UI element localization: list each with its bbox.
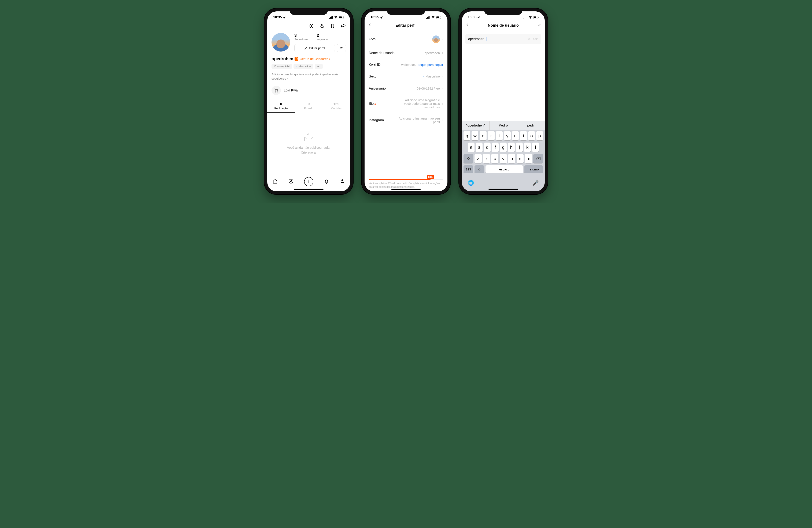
confirm-button[interactable] [537, 22, 541, 28]
svg-rect-22 [525, 17, 525, 19]
shop-label: Loja Kwai [284, 89, 299, 92]
username: opedrohen [272, 56, 293, 61]
tag-zodiac[interactable]: leo [315, 64, 322, 69]
key-p[interactable]: p [536, 131, 543, 140]
kwai-shop-row[interactable]: Loja Kwai [267, 84, 350, 99]
shift-key[interactable] [464, 154, 473, 163]
svg-rect-3 [332, 16, 333, 19]
key-f[interactable]: f [492, 142, 498, 152]
key-d[interactable]: d [484, 142, 491, 152]
numeric-key[interactable]: 123 [464, 165, 473, 173]
battery-icon [339, 16, 344, 19]
row-birthday[interactable]: Aniversário 01-08-1992 / leo › [365, 82, 447, 94]
input-value: opedrohen [468, 37, 484, 41]
emoji-key[interactable]: ☺ [475, 165, 484, 173]
row-photo[interactable]: Foto › [365, 32, 447, 47]
back-button[interactable] [368, 23, 372, 28]
key-z[interactable]: z [475, 154, 482, 163]
add-friend-button[interactable] [337, 44, 346, 52]
key-e[interactable]: e [480, 131, 487, 140]
key-x[interactable]: x [483, 154, 490, 163]
key-l[interactable]: l [532, 142, 539, 152]
key-k[interactable]: k [524, 142, 531, 152]
followers-label: Seguidores [294, 38, 308, 41]
nav-create-button[interactable]: + [304, 177, 314, 186]
followers-stat[interactable]: 3 Seguidores [294, 33, 308, 41]
home-indicator[interactable] [294, 188, 323, 190]
key-b[interactable]: b [508, 154, 515, 163]
progress-text: Você completou 83% do seu perfil. Comple… [369, 182, 443, 189]
page-title: Nome de usuário [488, 23, 519, 28]
back-button[interactable] [465, 23, 469, 28]
row-bio[interactable]: Bio Adicione uma biografia e você poderá… [365, 94, 447, 113]
location-icon [380, 16, 383, 19]
edit-profile-button[interactable]: Editar perfil [294, 44, 335, 52]
key-t[interactable]: t [496, 131, 503, 140]
key-j[interactable]: j [516, 142, 523, 152]
key-y[interactable]: y [504, 131, 511, 140]
tab-posts[interactable]: 0 Publicação [267, 99, 295, 112]
copy-link[interactable]: Toque para copiar [418, 63, 443, 66]
key-w[interactable]: w [472, 131, 478, 140]
page-title: Editar perfil [395, 23, 417, 28]
battery-icon [533, 16, 539, 19]
nav-notifications-icon[interactable] [324, 179, 329, 185]
bio-hint[interactable]: Adicione uma biografia e você poderá gan… [267, 70, 350, 84]
key-h[interactable]: h [508, 142, 515, 152]
key-m[interactable]: m [525, 154, 532, 163]
username-input[interactable]: opedrohen ✕ 9/36 [465, 34, 541, 44]
wifi-icon [528, 16, 532, 19]
creator-center-link[interactable]: Centro de Criadores › [300, 57, 330, 61]
clear-icon[interactable]: ✕ [528, 37, 531, 41]
suggestion[interactable]: Pedro [490, 121, 517, 130]
suggestion[interactable]: "opedrohen" [462, 121, 490, 130]
tag-id[interactable]: ID:wakep884 [272, 64, 292, 69]
mic-icon[interactable]: 🎤 [533, 180, 539, 186]
return-key[interactable]: retorno [524, 165, 543, 173]
following-stat[interactable]: 2 seguindo [317, 33, 328, 41]
gesture-icon[interactable] [319, 23, 325, 30]
avatar[interactable] [272, 33, 290, 51]
tab-private[interactable]: 0 Privado [295, 99, 323, 112]
home-indicator[interactable] [391, 188, 421, 190]
key-r[interactable]: r [488, 131, 495, 140]
row-instagram[interactable]: Instagram Adicionar o Instagram ao seu p… [365, 113, 447, 127]
row-gender[interactable]: Sexo ♂ Masculino › [365, 70, 447, 82]
svg-point-11 [277, 92, 278, 92]
key-a[interactable]: a [468, 142, 475, 152]
key-g[interactable]: g [500, 142, 507, 152]
empty-text: Você ainda não publicou nada. Crie agora… [287, 145, 330, 155]
tag-gender[interactable]: ♂Masculino [293, 64, 313, 69]
svg-point-9 [340, 47, 342, 48]
svg-rect-21 [524, 18, 524, 19]
globe-icon[interactable]: 🌐 [468, 180, 474, 186]
row-kwai-id[interactable]: Kwai ID wakep884 Toque para copiar [365, 59, 447, 70]
home-indicator[interactable] [489, 188, 518, 190]
key-n[interactable]: n [517, 154, 524, 163]
svg-rect-20 [441, 17, 441, 18]
space-key[interactable]: espaço [485, 165, 523, 173]
following-count: 2 [317, 33, 328, 38]
pencil-icon [304, 46, 308, 50]
key-o[interactable]: o [528, 131, 535, 140]
key-u[interactable]: u [512, 131, 519, 140]
nav-profile-icon[interactable] [339, 179, 345, 185]
key-c[interactable]: c [491, 154, 498, 163]
key-v[interactable]: v [500, 154, 507, 163]
nav-explore-icon[interactable] [288, 179, 294, 185]
tab-likes[interactable]: 169 Curtidas [322, 99, 350, 112]
empty-inbox-icon [302, 132, 315, 143]
share-icon[interactable] [340, 23, 346, 30]
bookmark-icon[interactable] [330, 23, 335, 30]
row-username[interactable]: Nome de usuário opedrohen › [365, 47, 447, 59]
svg-point-10 [275, 92, 276, 92]
suggestion[interactable]: pedir [517, 121, 545, 130]
key-i[interactable]: i [520, 131, 527, 140]
backspace-key[interactable] [533, 154, 543, 163]
settings-icon[interactable] [309, 23, 314, 30]
wifi-icon [431, 16, 435, 19]
key-q[interactable]: q [464, 131, 470, 140]
key-s[interactable]: s [476, 142, 482, 152]
creator-badge-icon [294, 57, 299, 61]
nav-home-icon[interactable] [272, 179, 278, 185]
